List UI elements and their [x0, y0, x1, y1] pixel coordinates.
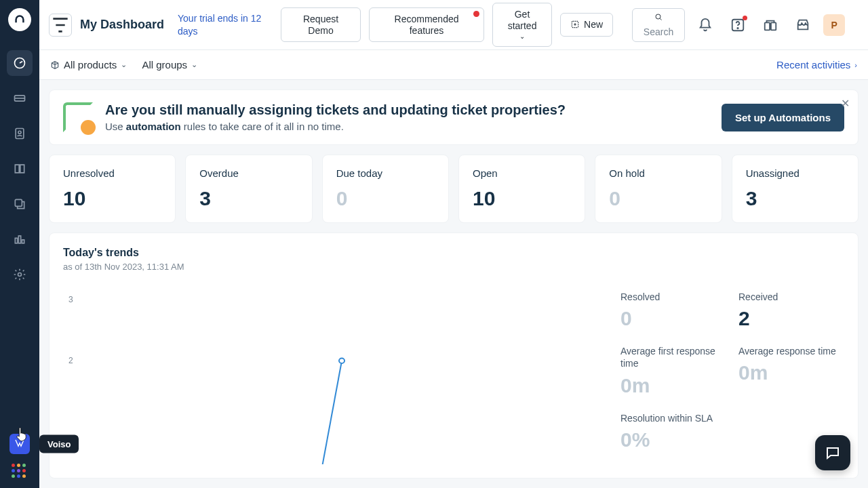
new-button[interactable]: New: [560, 13, 613, 37]
app-voiso[interactable]: Voiso: [9, 434, 30, 454]
plus-box-icon: [570, 20, 580, 29]
chart-ytick: 2: [68, 356, 73, 365]
stat-value: 10: [473, 187, 571, 210]
trend-stat-art: Average response time 0m: [738, 340, 844, 402]
svg-rect-7: [22, 240, 24, 243]
all-groups-filter[interactable]: All groups ⌄: [142, 59, 197, 70]
chat-fab[interactable]: [815, 435, 850, 470]
search-placeholder: Search: [644, 26, 673, 37]
chart-point: [339, 358, 344, 363]
trends-panel: Today's trends as of 13th Nov 2023, 11:3…: [49, 232, 859, 479]
nav-contacts[interactable]: [7, 121, 33, 146]
app-switcher[interactable]: [12, 464, 28, 480]
all-products-filter[interactable]: All products ⌄: [50, 59, 127, 70]
chevron-down-icon: ⌄: [191, 60, 197, 69]
marketplace-icon: [795, 18, 810, 33]
search-input[interactable]: Search: [632, 8, 685, 42]
trial-notice[interactable]: Your trial ends in 12 days: [178, 12, 273, 37]
stat-card-due-today[interactable]: Due today 0: [322, 155, 449, 223]
main: My Dashboard Your trial ends in 12 days …: [39, 0, 868, 488]
marketplace-button[interactable]: [791, 13, 815, 37]
chart-ytick: 3: [68, 295, 73, 304]
help-badge-icon: [743, 16, 747, 20]
trends-side-stats: Resolved 0 Received 2 Average first resp…: [620, 285, 844, 464]
automation-illustration-icon: [63, 102, 93, 132]
banner-text-bold: automation: [126, 121, 181, 132]
trend-stat-afrt: Average first response time 0m: [620, 340, 726, 402]
trend-stat-sla: Resolution within SLA 0%: [620, 407, 844, 457]
stats-row: Unresolved 10 Overdue 3 Due today 0 Open…: [49, 155, 859, 223]
trend-stat-label: Resolved: [620, 291, 726, 303]
stat-value: 3: [199, 187, 298, 210]
svg-rect-13: [765, 22, 770, 30]
stat-label: Open: [473, 167, 571, 179]
search-icon: [652, 13, 665, 21]
help-button[interactable]: [726, 13, 750, 37]
trend-stat-value: 0: [620, 307, 726, 330]
chevron-down-icon: ⌄: [121, 60, 127, 69]
chevron-right-icon: ›: [854, 61, 857, 69]
recommended-features-label: Recommended features: [395, 14, 459, 36]
stat-card-on-hold[interactable]: On hold 0: [595, 155, 722, 223]
svg-rect-6: [18, 236, 20, 243]
request-demo-button[interactable]: Request Demo: [281, 7, 361, 43]
stat-label: Overdue: [199, 167, 298, 179]
nav-reports[interactable]: [7, 226, 33, 252]
header: My Dashboard Your trial ends in 12 days …: [39, 0, 868, 50]
trend-stat-label: Average response time: [738, 345, 844, 357]
nav-knowledge[interactable]: [7, 156, 33, 182]
integrations-icon: [763, 18, 778, 33]
trend-stat-resolved: Resolved 0: [620, 285, 726, 336]
trend-stat-label: Resolution within SLA: [620, 412, 844, 424]
new-label: New: [584, 19, 603, 30]
chat-icon: [825, 445, 841, 461]
svg-point-10: [656, 14, 660, 19]
svg-point-8: [18, 273, 22, 277]
layout-filter-button[interactable]: [49, 14, 72, 37]
all-products-label: All products: [64, 59, 117, 70]
recommended-features-button[interactable]: Recommended features: [369, 7, 484, 43]
stat-card-open[interactable]: Open 10: [458, 155, 585, 223]
chart-line: [321, 361, 342, 464]
setup-automations-button[interactable]: Set up Automations: [722, 104, 844, 131]
sidebar: Voiso: [0, 0, 39, 488]
svg-rect-5: [15, 238, 17, 243]
integrations-button[interactable]: [758, 13, 783, 37]
automation-banner: Are you still manually assigning tickets…: [49, 89, 859, 145]
recent-activities-link[interactable]: Recent activities ›: [776, 59, 857, 70]
trends-asof: as of 13th Nov 2023, 11:31 AM: [63, 262, 844, 272]
stat-card-overdue[interactable]: Overdue 3: [185, 155, 312, 223]
app-logo[interactable]: [8, 8, 31, 31]
trend-stat-value: 0%: [620, 428, 844, 451]
user-avatar[interactable]: P: [823, 14, 845, 36]
stat-value: 0: [336, 187, 435, 210]
chevron-down-icon: ⌄: [519, 33, 525, 41]
nav-social[interactable]: [7, 191, 33, 217]
recent-activities-label: Recent activities: [776, 59, 850, 70]
banner-close-button[interactable]: ✕: [841, 97, 850, 110]
trends-title: Today's trends: [63, 247, 844, 259]
nav-dashboard[interactable]: [7, 50, 33, 76]
stat-label: Unassigned: [746, 167, 844, 179]
banner-text: Use automation rules to take care of it …: [105, 121, 566, 132]
subheader: All products ⌄ All groups ⌄ Recent activ…: [39, 50, 868, 80]
trends-chart: 3 2: [63, 285, 607, 464]
svg-point-3: [18, 131, 21, 134]
nav-settings[interactable]: [7, 262, 33, 287]
banner-text-prefix: Use: [105, 121, 126, 132]
notification-dot-icon: [473, 11, 479, 17]
nav-tickets[interactable]: [7, 85, 33, 111]
content: Are you still manually assigning tickets…: [39, 80, 868, 488]
get-started-label: Get started: [502, 9, 542, 32]
stat-label: Due today: [336, 167, 435, 179]
stat-card-unresolved[interactable]: Unresolved 10: [49, 155, 176, 223]
all-groups-label: All groups: [142, 59, 187, 70]
trend-stat-value: 0m: [620, 374, 726, 397]
stat-card-unassigned[interactable]: Unassigned 3: [732, 155, 859, 223]
stat-value: 10: [63, 187, 161, 210]
trend-stat-label: Received: [738, 291, 844, 303]
notifications-button[interactable]: [693, 13, 717, 37]
stat-value: 3: [746, 187, 844, 210]
banner-heading: Are you still manually assigning tickets…: [105, 102, 566, 118]
get-started-button[interactable]: Get started ⌄: [492, 3, 552, 47]
